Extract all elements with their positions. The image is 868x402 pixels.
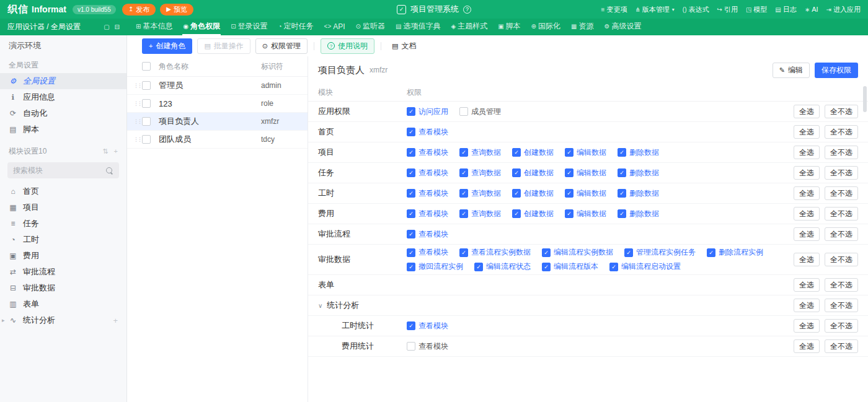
- tab-3[interactable]: ◔定时任务: [278, 19, 314, 35]
- select-none-button[interactable]: 全不选: [825, 227, 858, 241]
- select-none-button[interactable]: 全不选: [825, 125, 858, 139]
- row-checkbox[interactable]: [142, 117, 151, 126]
- checkbox-checked-icon[interactable]: ✓: [512, 148, 521, 157]
- checkbox-checked-icon[interactable]: ✓: [512, 168, 521, 177]
- select-none-button[interactable]: 全不选: [825, 253, 858, 266]
- select-all-button[interactable]: 全选: [794, 299, 820, 312]
- chevron-right-icon[interactable]: ▸: [2, 317, 5, 323]
- permission-checkbox[interactable]: ✓创建数据: [512, 209, 554, 219]
- checkbox-checked-icon[interactable]: ✓: [459, 148, 468, 157]
- tab-5[interactable]: ⊙监听器: [355, 19, 386, 35]
- docs-button[interactable]: ▤ 文档: [388, 38, 420, 54]
- checkbox-checked-icon[interactable]: ✓: [565, 209, 574, 218]
- select-none-button[interactable]: 全不选: [825, 319, 858, 333]
- checkbox-checked-icon[interactable]: ✓: [459, 209, 468, 218]
- checkbox-checked-icon[interactable]: ✓: [407, 209, 415, 218]
- checkbox-checked-icon[interactable]: ✓: [618, 148, 626, 157]
- select-none-button[interactable]: 全不选: [825, 339, 858, 353]
- checkbox-checked-icon[interactable]: ✓: [565, 189, 574, 198]
- checkbox-checked-icon[interactable]: ✓: [474, 263, 483, 271]
- batch-actions-button[interactable]: ▤ 批量操作: [197, 38, 250, 54]
- tab-7[interactable]: ◈主题样式: [450, 19, 488, 35]
- search-input[interactable]: [13, 166, 105, 175]
- checkbox-checked-icon[interactable]: ✓: [459, 248, 468, 257]
- permission-checkbox[interactable]: ✓查看模块: [407, 188, 448, 199]
- topbar-action-4[interactable]: ◳模型: [746, 5, 767, 14]
- sidebar-module-7[interactable]: ▥表单: [0, 296, 126, 312]
- scrollbar-thumb[interactable]: [863, 86, 867, 112]
- sidebar-module-4[interactable]: ▣费用: [0, 248, 126, 264]
- select-all-button[interactable]: 全选: [794, 278, 820, 292]
- checkbox-checked-icon[interactable]: ✓: [512, 209, 521, 218]
- permission-checkbox[interactable]: ✓编辑流程版本: [542, 261, 598, 272]
- sidebar-module-6[interactable]: ⊟审批数据: [0, 280, 126, 296]
- permission-checkbox[interactable]: ✓创建数据: [512, 188, 554, 199]
- preview-button[interactable]: ▶ 预览: [160, 4, 193, 15]
- select-all-button[interactable]: 全选: [794, 105, 820, 118]
- checkbox-checked-icon[interactable]: ✓: [459, 168, 468, 177]
- checkbox-unchecked-icon[interactable]: [407, 342, 415, 351]
- permission-checkbox[interactable]: ✓创建数据: [512, 147, 554, 158]
- sidebar-module-5[interactable]: ⇄审批流程: [0, 264, 126, 280]
- help-icon[interactable]: ?: [463, 6, 471, 14]
- select-all-button[interactable]: 全选: [794, 319, 820, 333]
- topbar-action-0[interactable]: ≡变更项: [601, 5, 627, 14]
- tab-8[interactable]: ▣脚本: [497, 19, 521, 35]
- checkbox-checked-icon[interactable]: ✓: [407, 168, 415, 177]
- checkbox-checked-icon[interactable]: ✓: [707, 248, 715, 257]
- role-row[interactable]: ⋮⋮团队成员tdcy: [127, 131, 308, 149]
- permission-checkbox[interactable]: ✓编辑流程状态: [474, 261, 531, 272]
- permission-checkbox[interactable]: ✓编辑数据: [565, 168, 606, 178]
- tab-11[interactable]: ⚙高级设置: [603, 19, 642, 35]
- select-none-button[interactable]: 全不选: [825, 299, 858, 312]
- permission-checkbox[interactable]: ✓查看流程实例数据: [459, 247, 531, 258]
- select-all-button[interactable]: 全选: [794, 253, 820, 266]
- tab-6[interactable]: ▤选项值字典: [395, 19, 441, 35]
- permission-checkbox[interactable]: ✓删除数据: [618, 147, 659, 158]
- topbar-action-2[interactable]: ()表达式: [683, 5, 709, 14]
- permission-checkbox[interactable]: ✓编辑流程实例数据: [542, 247, 613, 258]
- checkbox-checked-icon[interactable]: ✓: [565, 168, 574, 177]
- select-all-button[interactable]: 全选: [794, 339, 820, 353]
- sidebar-module-8[interactable]: ▸∿统计分析+: [0, 312, 126, 328]
- environment-selector[interactable]: 演示环境: [0, 35, 126, 56]
- sort-icon[interactable]: ⇅: [102, 147, 108, 155]
- edit-button[interactable]: ✎ 编辑: [773, 63, 810, 78]
- checkbox-checked-icon[interactable]: ✓: [618, 209, 626, 218]
- checkbox-checked-icon[interactable]: ✓: [609, 263, 618, 271]
- permission-checkbox[interactable]: ✓编辑流程启动设置: [609, 261, 681, 272]
- checkbox-checked-icon[interactable]: ✓: [407, 321, 415, 330]
- tab-10[interactable]: ▦资源: [570, 19, 594, 35]
- permission-checkbox[interactable]: ✓编辑数据: [565, 147, 606, 158]
- permission-checkbox[interactable]: ✓查询数据: [459, 188, 501, 199]
- permission-checkbox[interactable]: ✓删除流程实例: [707, 247, 763, 258]
- module-search[interactable]: [7, 162, 119, 178]
- permission-checkbox[interactable]: 查看模块: [407, 341, 448, 352]
- role-row[interactable]: ⋮⋮管理员admin: [127, 77, 308, 95]
- tab-9[interactable]: ⊕国际化: [531, 19, 561, 35]
- row-checkbox[interactable]: [142, 135, 151, 144]
- permission-checkbox[interactable]: 成员管理: [459, 107, 501, 117]
- checkbox-checked-icon[interactable]: ✓: [407, 107, 415, 116]
- permission-checkbox[interactable]: ✓查看模块: [407, 229, 448, 240]
- checkbox-checked-icon[interactable]: ✓: [407, 248, 415, 257]
- layout-icon[interactable]: ⊟: [115, 24, 120, 30]
- tab-2[interactable]: ⊡登录设置: [230, 19, 268, 35]
- permission-checkbox[interactable]: ✓删除数据: [618, 168, 659, 178]
- checkbox-unchecked-icon[interactable]: [459, 107, 468, 116]
- tab-0[interactable]: ⊞基本信息: [135, 19, 173, 35]
- sidebar-module-3[interactable]: ◔工时: [0, 232, 126, 248]
- permission-checkbox[interactable]: ✓删除数据: [618, 209, 659, 219]
- permission-checkbox[interactable]: ✓查看模块: [407, 127, 448, 138]
- permission-checkbox[interactable]: ✓查看模块: [407, 321, 448, 331]
- topbar-action-3[interactable]: ↪引用: [717, 5, 738, 14]
- tab-1[interactable]: ◉角色权限: [182, 19, 221, 35]
- sidebar-item-3[interactable]: ▤脚本: [0, 121, 126, 138]
- permission-checkbox[interactable]: ✓查询数据: [459, 147, 501, 158]
- select-all-checkbox[interactable]: [142, 62, 151, 71]
- create-role-button[interactable]: + 创建角色: [142, 38, 192, 54]
- select-none-button[interactable]: 全不选: [825, 207, 858, 221]
- checkbox-checked-icon[interactable]: ✓: [407, 230, 415, 238]
- checkbox-checked-icon[interactable]: ✓: [512, 189, 521, 198]
- permission-checkbox[interactable]: ✓管理流程实例任务: [624, 247, 696, 258]
